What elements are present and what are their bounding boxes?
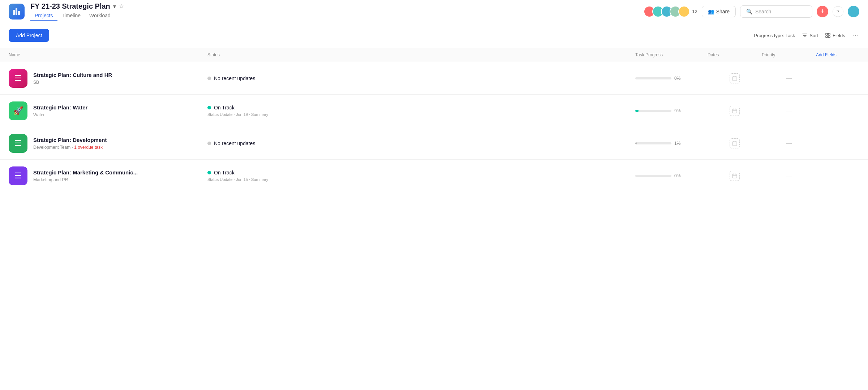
fields-label: Fields (833, 33, 845, 38)
name-cell: ☰ Strategic Plan: Marketing & Communic..… (9, 166, 207, 185)
col-status: Status (207, 51, 635, 59)
name-cell: ☰ Strategic Plan: Development Developmen… (9, 134, 207, 153)
status-cell: On Track Status Update · Jun 19 · Summar… (207, 105, 635, 117)
project-name: Strategic Plan: Water (33, 104, 87, 110)
project-icon: ☰ (9, 166, 27, 185)
add-button[interactable]: + (817, 6, 828, 17)
svg-rect-2 (18, 11, 20, 15)
progress-bar (635, 77, 671, 79)
user-avatar[interactable] (848, 6, 859, 17)
dates-cell[interactable] (708, 171, 762, 181)
name-cell: 🚀 Strategic Plan: Water Water (9, 101, 207, 120)
svg-rect-4 (828, 33, 830, 35)
status-label: No recent updates (214, 140, 255, 146)
sort-label: Sort (809, 33, 818, 38)
table-row: 🚀 Strategic Plan: Water Water On Track S… (0, 95, 868, 127)
progress-bar (635, 110, 671, 112)
status-label: On Track (214, 170, 235, 176)
table-body: ☰ Strategic Plan: Culture and HR SB No r… (0, 62, 868, 192)
progress-type-label[interactable]: Progress type: Task (754, 33, 795, 38)
more-options-button[interactable]: ··· (852, 32, 859, 39)
col-name: Name (9, 51, 207, 59)
search-box[interactable]: 🔍 Search (740, 5, 812, 18)
app-icon (9, 4, 25, 20)
status-cell: On Track Status Update · Jun 15 · Summar… (207, 170, 635, 182)
status-badge: On Track (207, 105, 635, 110)
calendar-icon[interactable] (730, 73, 740, 83)
priority-cell[interactable]: — (762, 173, 816, 179)
nav-tabs: Projects Timeline Workload (30, 11, 124, 21)
tab-workload[interactable]: Workload (85, 11, 115, 21)
project-name: Strategic Plan: Marketing & Communic... (33, 169, 138, 176)
toolbar: Add Project Progress type: Task Sort Fie… (0, 23, 868, 48)
status-badge: No recent updates (207, 75, 635, 81)
table-row: ☰ Strategic Plan: Development Developmen… (0, 127, 868, 160)
add-project-button[interactable]: Add Project (9, 29, 49, 42)
project-icon: ☰ (9, 69, 27, 88)
status-dot (207, 77, 211, 80)
progress-cell: 9% (635, 108, 708, 113)
header-right: 12 👥 Share 🔍 Search + ? (644, 5, 859, 18)
status-badge: No recent updates (207, 140, 635, 146)
help-button[interactable]: ? (833, 6, 843, 17)
status-badge: On Track (207, 170, 635, 176)
col-dates: Dates (708, 51, 762, 59)
favorite-icon[interactable]: ☆ (119, 3, 124, 10)
progress-pct: 1% (674, 141, 684, 146)
project-info: Strategic Plan: Culture and HR SB (33, 72, 112, 85)
priority-cell[interactable]: — (762, 140, 816, 147)
member-avatars[interactable]: 12 (644, 6, 697, 17)
progress-pct: 9% (674, 108, 684, 113)
svg-rect-9 (732, 142, 737, 146)
search-placeholder: Search (755, 9, 771, 14)
svg-rect-10 (732, 174, 737, 178)
header: FY 21-23 Strategic Plan ▾ ☆ Projects Tim… (0, 0, 868, 23)
col-add-fields[interactable]: Add Fields (816, 51, 859, 59)
project-info: Strategic Plan: Development Development … (33, 137, 107, 150)
status-label: On Track (214, 105, 235, 110)
title-dropdown-icon[interactable]: ▾ (113, 3, 116, 10)
status-cell: No recent updates (207, 75, 635, 81)
name-cell: ☰ Strategic Plan: Culture and HR SB (9, 69, 207, 88)
progress-bar (635, 175, 671, 177)
svg-rect-7 (732, 77, 737, 81)
avatar-5 (678, 6, 690, 17)
member-count: 12 (692, 9, 697, 14)
tab-projects[interactable]: Projects (30, 11, 57, 21)
status-dot (207, 171, 211, 174)
progress-fill (635, 142, 637, 144)
dates-cell[interactable] (708, 106, 762, 116)
tab-timeline[interactable]: Timeline (57, 11, 85, 21)
col-priority: Priority (762, 51, 816, 59)
calendar-icon[interactable] (730, 171, 740, 181)
progress-cell: 0% (635, 76, 708, 81)
share-icon: 👥 (708, 9, 714, 14)
table-row: ☰ Strategic Plan: Marketing & Communic..… (0, 160, 868, 192)
dates-cell[interactable] (708, 138, 762, 148)
project-icon: ☰ (9, 134, 27, 153)
share-button[interactable]: 👥 Share (702, 6, 736, 17)
progress-pct: 0% (674, 173, 684, 178)
calendar-icon[interactable] (730, 138, 740, 148)
progress-cell: 0% (635, 173, 708, 178)
table-row: ☰ Strategic Plan: Culture and HR SB No r… (0, 62, 868, 95)
toolbar-actions: Progress type: Task Sort Fields ··· (754, 32, 859, 39)
project-info: Strategic Plan: Marketing & Communic... … (33, 169, 138, 182)
priority-cell[interactable]: — (762, 75, 816, 82)
progress-cell: 1% (635, 141, 708, 146)
calendar-icon[interactable] (730, 106, 740, 116)
sort-button[interactable]: Sort (802, 33, 818, 38)
project-icon: 🚀 (9, 101, 27, 120)
project-name: Strategic Plan: Culture and HR (33, 72, 112, 78)
priority-cell[interactable]: — (762, 108, 816, 114)
header-title-area: FY 21-23 Strategic Plan ▾ ☆ Projects Tim… (30, 2, 124, 21)
fields-button[interactable]: Fields (825, 33, 845, 38)
status-dot (207, 106, 211, 109)
page-title: FY 21-23 Strategic Plan (30, 2, 110, 10)
search-icon: 🔍 (746, 9, 752, 14)
status-dot (207, 142, 211, 145)
dates-cell[interactable] (708, 73, 762, 83)
project-name: Strategic Plan: Development (33, 137, 107, 143)
progress-bar (635, 142, 671, 144)
progress-fill (635, 110, 639, 112)
